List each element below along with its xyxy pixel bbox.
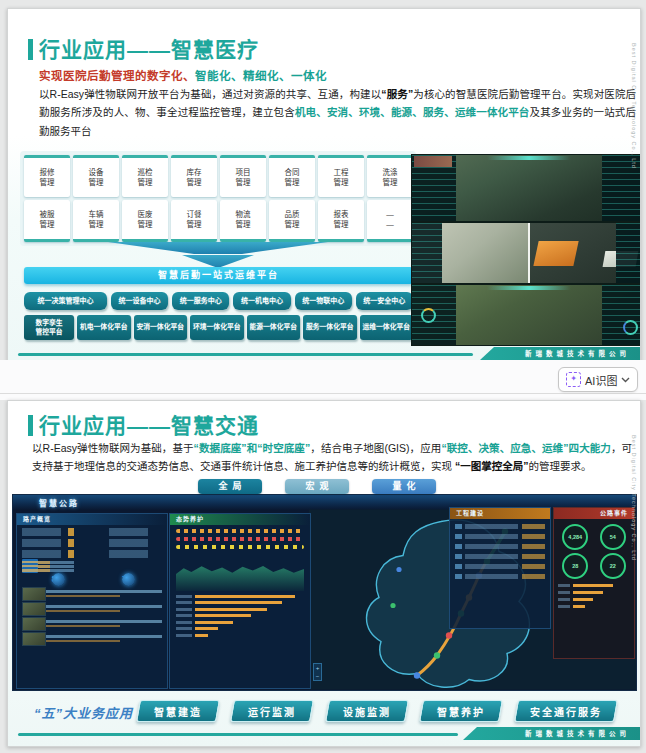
module-card: — — bbox=[367, 200, 413, 242]
module-card: 医废 管理 bbox=[122, 200, 168, 242]
panel-construction-header: 工程建设 bbox=[450, 508, 550, 519]
platform-button: 运维一体化平台 bbox=[360, 315, 414, 340]
map-zoom-control: +− bbox=[313, 663, 322, 681]
platform-button: 机电一体化平台 bbox=[77, 315, 131, 340]
side-watermark: Best Digital City Technology Co., Ltd bbox=[631, 435, 637, 561]
chevron-down-icon[interactable] bbox=[621, 377, 630, 383]
company-ribbon: 新瑞数城技术有限公司 bbox=[463, 727, 640, 740]
platforms-row: 数字孪生 管控平台 机电一体化平台 安消一体化平台 环境一体化平台 能源一体化平… bbox=[24, 315, 413, 340]
module-grid-row1: 报修 管理 设备 管理 巡检 管理 库存 管理 项目 管理 合同 管理 工程 管… bbox=[24, 155, 413, 197]
screenshot-hospital-buildings bbox=[411, 222, 641, 284]
title-accent-bar bbox=[28, 39, 33, 60]
traffic-dashboard-screenshot: 智慧公路 +− 路产概览 8 72 bbox=[12, 494, 637, 691]
intro-paragraph-medical: 以R-Easy弹性物联网开放平台为基础，通过对资源的共享、互通，构建以“服务”为… bbox=[39, 85, 636, 140]
slide-title-traffic: 行业应用——智慧交通 bbox=[39, 409, 259, 439]
module-card: 报表 管理 bbox=[318, 200, 364, 242]
ai-recognize-button[interactable]: ✦ AI识图 bbox=[558, 367, 638, 392]
five-apps-label: “五”大业务应用 bbox=[34, 703, 133, 722]
dashboard-panel-events: 公路事件 4,284 54 28 22 bbox=[553, 507, 635, 659]
viewer-gap-band: ✦ AI识图 bbox=[0, 360, 646, 400]
module-card: 工程 管理 bbox=[318, 155, 364, 197]
footer-line bbox=[18, 733, 458, 736]
panel-maintain-header: 态势养护 bbox=[170, 514, 310, 525]
ai-button-label: AI识图 bbox=[585, 372, 617, 388]
divider bbox=[0, 393, 646, 394]
platform-button: 能源一体化平台 bbox=[247, 315, 301, 340]
module-card: 库存 管理 bbox=[171, 155, 217, 197]
module-card: 设备 管理 bbox=[73, 155, 119, 197]
center-button: 统一决策管理中心 bbox=[24, 292, 107, 310]
center-button: 统一服务中心 bbox=[172, 292, 229, 310]
device-stats: 8 72 bbox=[19, 574, 165, 584]
app-button: 智慧建造 bbox=[136, 700, 220, 722]
ai-sparkle-icon: ✦ bbox=[566, 372, 581, 387]
view-button-macro: 宏观 bbox=[285, 479, 349, 494]
screenshot-hospital-campus-1 bbox=[411, 154, 641, 222]
slide-traffic: 行业应用——智慧交通 以R-Easy弹性物联网为基础，基于“数据底座”和“时空底… bbox=[7, 400, 641, 747]
platform-banner: 智慧后勤一站式运维平台 bbox=[24, 267, 413, 284]
funnel-arrow bbox=[108, 242, 328, 268]
platform-button: 安消一体化平台 bbox=[134, 315, 188, 340]
view-mode-buttons: 全局 宏观 量化 bbox=[8, 479, 640, 495]
event-gauges: 4,284 54 28 22 bbox=[558, 524, 630, 579]
module-card: 车辆 管理 bbox=[73, 200, 119, 242]
module-card: 合同 管理 bbox=[269, 155, 315, 197]
trend-area-chart bbox=[176, 553, 304, 591]
center-button: 统一物联中心 bbox=[295, 292, 352, 310]
app-button: 智慧养护 bbox=[419, 700, 503, 722]
center-button: 统一机电中心 bbox=[233, 292, 290, 310]
app-button: 设施监测 bbox=[325, 700, 409, 722]
module-card: 项目 管理 bbox=[220, 155, 266, 197]
company-ribbon: 新瑞数城技术有限公司 bbox=[480, 347, 640, 360]
dashboard-panel-asset: 路产概览 8 72 bbox=[16, 513, 168, 689]
dashboard-title: 智慧公路 bbox=[39, 497, 79, 508]
module-card: 报修 管理 bbox=[24, 155, 70, 197]
screenshot-hospital-campus-2 bbox=[411, 284, 641, 346]
unified-centers-row: 统一决策管理中心 统一设备中心 统一服务中心 统一机电中心 统一物联中心 统一安… bbox=[24, 292, 413, 310]
hospital-screenshots bbox=[411, 154, 641, 344]
module-card: 品质 管理 bbox=[269, 200, 315, 242]
side-watermark: Best Digital City Technology Co., Ltd bbox=[631, 43, 637, 169]
view-button-quant: 量化 bbox=[372, 479, 436, 494]
app-button: 运行监测 bbox=[231, 700, 315, 722]
center-button: 统一设备中心 bbox=[111, 292, 168, 310]
module-card: 洗涤 管理 bbox=[367, 155, 413, 197]
footer-line bbox=[18, 353, 473, 356]
center-button: 统一安全中心 bbox=[356, 292, 413, 310]
view-button-global: 全局 bbox=[198, 479, 262, 494]
title-accent-bar bbox=[28, 415, 33, 436]
slide-subtitle-medical: 实现医院后勤管理的数字化、智能化、精细化、一体化 bbox=[39, 67, 327, 83]
platform-button: 环境一体化平台 bbox=[190, 315, 244, 340]
module-card: 订餐 管理 bbox=[171, 200, 217, 242]
dashboard-panel-construction: 工程建设 bbox=[449, 507, 551, 629]
application-buttons-row: 智慧建造 运行监测 设施监测 智慧养护 安全通行服务 bbox=[138, 700, 616, 722]
panel-asset-header: 路产概览 bbox=[17, 514, 167, 525]
module-grid-row2: 被服 管理 车辆 管理 医废 管理 订餐 管理 物流 管理 品质 管理 报表 管… bbox=[24, 200, 413, 242]
dashboard-panel-maintain: 态势养护 bbox=[169, 513, 311, 689]
slide-medical: 行业应用——智慧医疗 实现医院后勤管理的数字化、智能化、精细化、一体化 以R-E… bbox=[7, 8, 641, 362]
module-card: 物流 管理 bbox=[220, 200, 266, 242]
platform-button: 服务一体化平台 bbox=[303, 315, 357, 340]
slide-title-medical: 行业应用——智慧医疗 bbox=[39, 33, 259, 63]
app-button: 安全通行服务 bbox=[514, 700, 618, 722]
platform-button: 数字孪生 管控平台 bbox=[24, 315, 74, 340]
intro-paragraph-traffic: 以R-Easy弹性物联网为基础，基于“数据底座”和“时空底座”，结合电子地图(G… bbox=[32, 439, 632, 476]
module-card: 巡检 管理 bbox=[122, 155, 168, 197]
module-card: 被服 管理 bbox=[24, 200, 70, 242]
panel-events-header: 公路事件 bbox=[554, 508, 634, 519]
